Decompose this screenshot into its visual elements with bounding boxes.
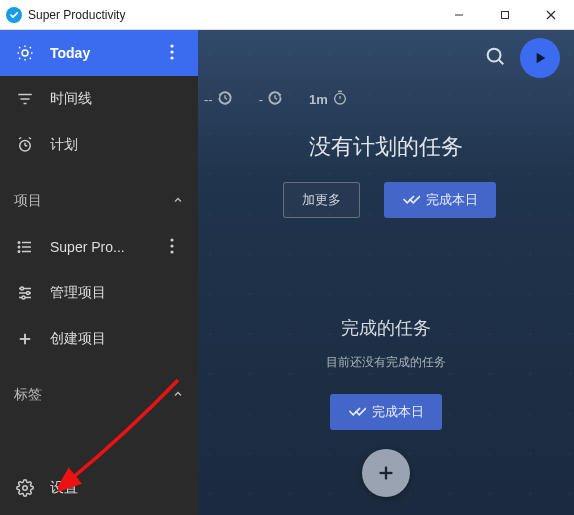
gear-icon <box>14 479 36 497</box>
svg-line-13 <box>30 47 31 48</box>
sidebar-item-plan[interactable]: 计划 <box>0 122 198 168</box>
search-icon[interactable] <box>484 45 506 71</box>
clock-back-icon <box>217 90 233 109</box>
svg-point-32 <box>170 244 173 247</box>
timer-icon <box>332 90 348 109</box>
svg-point-31 <box>170 238 173 241</box>
svg-line-8 <box>19 47 20 48</box>
stat-remaining: 1m <box>309 90 348 109</box>
complete-today-button-2[interactable]: 完成本日 <box>330 394 442 430</box>
sliders-icon <box>14 284 36 302</box>
svg-marker-45 <box>537 53 546 64</box>
sun-icon <box>14 44 36 62</box>
svg-point-39 <box>22 296 25 299</box>
stat-estimate: -- <box>204 90 233 109</box>
sidebar-item-timeline[interactable]: 时间线 <box>0 76 198 122</box>
stats-row: -- - 1m <box>198 90 574 109</box>
svg-point-38 <box>27 292 30 295</box>
svg-line-23 <box>19 138 21 140</box>
sidebar-item-project[interactable]: Super Pro... <box>0 224 198 270</box>
stat-value: - <box>259 92 263 107</box>
no-done-tasks-text: 目前还没有完成的任务 <box>198 354 574 371</box>
close-button[interactable] <box>528 0 574 30</box>
sidebar-item-label: 创建项目 <box>50 330 184 348</box>
stat-spent: - <box>259 90 283 109</box>
sidebar-item-label: 时间线 <box>50 90 184 108</box>
minimize-button[interactable] <box>436 0 482 30</box>
sidebar-item-label: 设置 <box>50 479 184 497</box>
chevron-up-icon <box>172 387 184 403</box>
sidebar: Today 时间线 计划 项目 Super Pro... <box>0 30 198 515</box>
no-planned-tasks-heading: 没有计划的任务 <box>198 132 574 162</box>
chevron-up-icon <box>172 193 184 209</box>
plus-icon <box>14 330 36 348</box>
svg-point-29 <box>18 246 20 248</box>
button-label: 完成本日 <box>372 403 424 421</box>
sidebar-item-label: Today <box>50 45 170 61</box>
alarm-icon <box>14 136 36 154</box>
list-icon <box>14 238 36 256</box>
filter-icon <box>14 90 36 108</box>
add-more-button[interactable]: 加更多 <box>283 182 360 218</box>
svg-line-9 <box>30 58 31 59</box>
done-tasks-heading: 完成的任务 <box>198 316 574 340</box>
button-label: 加更多 <box>302 191 341 209</box>
svg-rect-2 <box>502 11 509 18</box>
svg-point-42 <box>23 486 28 491</box>
svg-point-15 <box>170 50 173 53</box>
sidebar-item-create-project[interactable]: 创建项目 <box>0 316 198 362</box>
sidebar-item-settings[interactable]: 设置 <box>0 461 198 515</box>
sidebar-section-projects[interactable]: 项目 <box>0 178 198 224</box>
sidebar-item-today[interactable]: Today <box>0 30 198 76</box>
sidebar-item-manage-projects[interactable]: 管理项目 <box>0 270 198 316</box>
maximize-button[interactable] <box>482 0 528 30</box>
svg-line-44 <box>499 60 503 64</box>
svg-point-33 <box>170 250 173 253</box>
check-all-icon <box>348 404 366 421</box>
svg-line-24 <box>29 138 31 140</box>
sidebar-item-label: Super Pro... <box>50 239 170 255</box>
svg-point-5 <box>22 50 28 56</box>
button-label: 完成本日 <box>426 191 478 209</box>
section-label: 标签 <box>14 386 172 404</box>
svg-point-14 <box>170 44 173 47</box>
svg-point-48 <box>334 93 345 104</box>
main-panel: -- - 1m 没有计划的任务 加更多 完成本日 <box>198 30 574 515</box>
clock-forward-icon <box>267 90 283 109</box>
sidebar-section-tags[interactable]: 标签 <box>0 372 198 418</box>
svg-line-12 <box>19 58 20 59</box>
svg-point-43 <box>488 49 501 62</box>
sidebar-item-label: 计划 <box>50 136 184 154</box>
titlebar: Super Productivity <box>0 0 574 30</box>
svg-point-30 <box>18 251 20 253</box>
app-icon <box>6 7 22 23</box>
kebab-icon[interactable] <box>170 44 184 63</box>
svg-point-16 <box>170 56 173 59</box>
play-button[interactable] <box>520 38 560 78</box>
svg-point-37 <box>21 287 24 290</box>
svg-point-28 <box>18 242 20 244</box>
stat-value: 1m <box>309 92 328 107</box>
sidebar-item-label: 管理项目 <box>50 284 184 302</box>
kebab-icon[interactable] <box>170 238 184 257</box>
add-task-fab[interactable] <box>362 449 410 497</box>
check-all-icon <box>402 192 420 209</box>
window-title: Super Productivity <box>28 8 125 22</box>
stat-value: -- <box>204 92 213 107</box>
complete-today-button[interactable]: 完成本日 <box>384 182 496 218</box>
section-label: 项目 <box>14 192 172 210</box>
